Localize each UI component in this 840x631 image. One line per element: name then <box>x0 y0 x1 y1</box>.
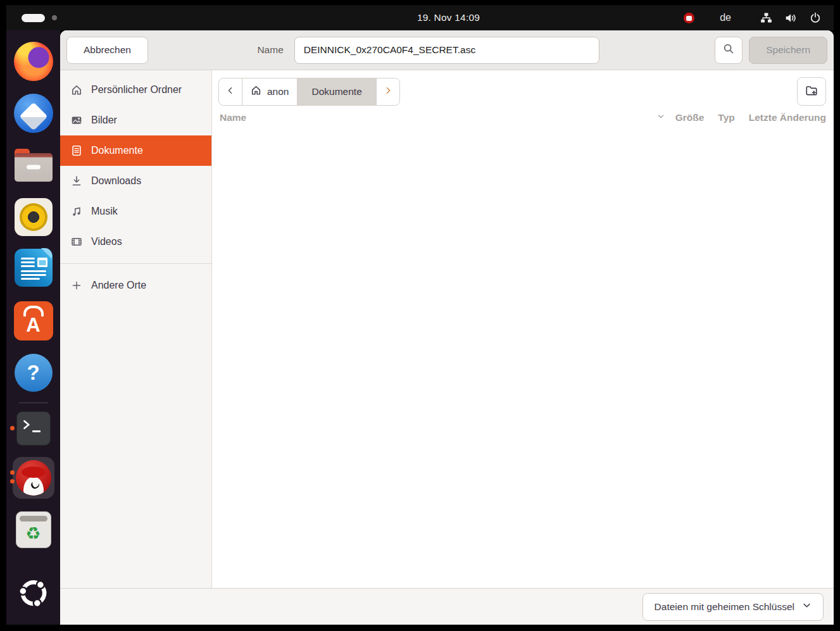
rhythmbox-icon <box>15 198 53 236</box>
back-button[interactable] <box>219 78 242 105</box>
workspace-indicator[interactable] <box>22 14 57 22</box>
forward-button[interactable] <box>377 78 399 105</box>
cancel-button[interactable]: Abbrechen <box>66 37 148 64</box>
column-header-type[interactable]: Typ <box>718 112 734 123</box>
firefox-icon <box>14 42 53 81</box>
terminal-icon <box>16 411 51 446</box>
sort-chevron-down-icon <box>656 112 665 123</box>
new-folder-button[interactable] <box>797 77 826 106</box>
music-icon <box>71 206 82 217</box>
home-icon <box>71 84 82 96</box>
sidebar-item-label: Dokumente <box>91 145 143 156</box>
dock-item-firefox[interactable] <box>6 35 60 87</box>
network-icon[interactable] <box>760 13 772 23</box>
image-icon <box>71 115 82 126</box>
dock-item-kleopatra[interactable] <box>6 451 60 504</box>
search-button[interactable] <box>715 37 743 64</box>
thunderbird-icon <box>14 94 53 133</box>
dock-separator <box>19 403 48 403</box>
document-icon <box>71 145 82 156</box>
file-browser: anon Dokumente <box>212 70 834 588</box>
chevron-right-icon <box>384 86 392 97</box>
filename-label: Name <box>257 44 283 56</box>
download-icon <box>71 175 82 187</box>
list-column-headers: Name Größe Typ Letzte Änderung <box>212 109 834 128</box>
filter-label: Dateien mit geheimen Schlüssel <box>655 601 794 613</box>
top-bar: 19. Nov 14:09 de <box>6 5 834 30</box>
power-icon[interactable] <box>810 12 821 23</box>
sidebar-separator <box>60 263 211 264</box>
path-segment-current[interactable]: Dokumente <box>298 78 376 105</box>
dialog-header: Abbrechen Name Speichern <box>60 30 834 70</box>
filename-input[interactable] <box>294 37 599 64</box>
home-icon <box>251 85 261 98</box>
active-app-highlight <box>13 457 54 499</box>
column-label: Name <box>220 112 246 123</box>
save-button[interactable]: Speichern <box>749 37 827 64</box>
path-segment-label: anon <box>267 86 289 97</box>
path-segment-home[interactable]: anon <box>242 78 298 105</box>
sidebar-item-label: Persönlicher Ordner <box>91 84 182 96</box>
new-folder-icon <box>805 84 818 99</box>
sidebar-item-videos[interactable]: Videos <box>60 227 211 257</box>
sidebar-item-label: Videos <box>91 236 122 247</box>
system-tray: de <box>684 12 834 23</box>
dock-item-files[interactable] <box>6 139 60 191</box>
dock-item-ubuntu-software[interactable]: A <box>6 295 60 347</box>
search-icon <box>723 43 734 57</box>
dialog-main: Persönlicher Ordner Bilder Dokumente <box>60 70 834 588</box>
save-file-dialog: Abbrechen Name Speichern <box>60 30 834 625</box>
ubuntu-logo-icon <box>15 575 52 614</box>
dock-item-trash[interactable]: ♻ <box>6 504 60 555</box>
chevron-left-icon <box>226 86 235 97</box>
path-bar: anon Dokumente <box>218 78 400 106</box>
quick-settings <box>760 12 821 23</box>
sidebar-item-downloads[interactable]: Downloads <box>60 166 211 196</box>
places-sidebar: Persönlicher Ordner Bilder Dokumente <box>60 70 212 588</box>
sidebar-item-label: Downloads <box>91 175 141 187</box>
sidebar-item-music[interactable]: Musik <box>60 196 211 227</box>
dock-item-thunderbird[interactable] <box>6 87 60 139</box>
video-icon <box>71 236 82 247</box>
file-type-filter-dropdown[interactable]: Dateien mit geheimen Schlüssel <box>643 593 824 621</box>
desktop: 19. Nov 14:09 de <box>6 5 834 625</box>
running-indicator-dot <box>10 479 15 484</box>
sidebar-item-label: Musik <box>91 206 118 217</box>
kleopatra-icon <box>16 460 51 496</box>
running-indicator-dot <box>10 426 15 430</box>
sidebar-item-label: Andere Orte <box>91 280 146 291</box>
file-manager-icon <box>15 149 53 182</box>
dock-item-rhythmbox[interactable] <box>6 191 60 243</box>
chevron-down-icon <box>802 601 812 613</box>
column-headers-right: Größe Typ Letzte Änderung <box>675 112 827 123</box>
plus-icon <box>71 280 82 291</box>
ubuntu-software-icon: A <box>14 301 53 340</box>
column-header-size[interactable]: Größe <box>675 112 705 123</box>
sidebar-item-pictures[interactable]: Bilder <box>60 105 211 135</box>
dock: A ? <box>6 30 60 625</box>
sidebar-item-documents[interactable]: Dokumente <box>60 135 211 166</box>
dock-item-terminal[interactable] <box>6 406 60 451</box>
workspace-active-pill <box>22 14 45 22</box>
sidebar-item-home[interactable]: Persönlicher Ordner <box>60 75 211 105</box>
workspace-dot <box>52 15 57 20</box>
column-header-modified[interactable]: Letzte Änderung <box>749 112 826 123</box>
column-header-name[interactable]: Name <box>220 112 675 123</box>
path-segment-label: Dokumente <box>311 86 361 97</box>
help-icon: ? <box>15 354 53 392</box>
clock[interactable]: 19. Nov 14:09 <box>417 12 480 23</box>
dock-item-help[interactable]: ? <box>6 347 60 399</box>
keyboard-layout-indicator[interactable]: de <box>720 12 731 23</box>
libreoffice-writer-icon <box>14 248 53 290</box>
kleopatra-tray-icon[interactable] <box>684 13 694 23</box>
dock-item-ubuntu-desktop[interactable] <box>6 569 60 620</box>
sidebar-item-label: Bilder <box>91 115 117 126</box>
volume-icon[interactable] <box>785 13 797 23</box>
dock-item-libreoffice-writer[interactable] <box>6 243 60 295</box>
trash-icon: ♻ <box>16 511 51 548</box>
sidebar-item-other-locations[interactable]: Andere Orte <box>60 270 211 301</box>
running-indicator-dot <box>10 470 15 475</box>
dialog-footer: Dateien mit geheimen Schlüssel <box>60 588 834 625</box>
file-list-empty[interactable] <box>212 128 834 588</box>
path-bar-row: anon Dokumente <box>212 70 834 109</box>
